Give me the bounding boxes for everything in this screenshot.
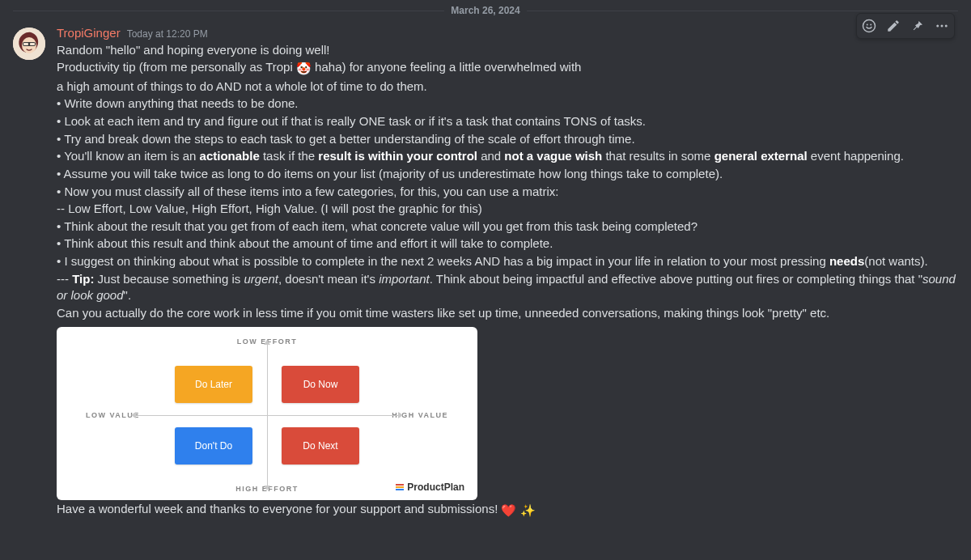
username[interactable]: TropiGinger <box>57 26 121 40</box>
arrow-up-icon <box>264 340 270 345</box>
svg-point-3 <box>936 25 939 28</box>
bullet-line: • Write down anything that needs to be d… <box>57 95 958 113</box>
sub-line: -- Low Effort, Low Value, High Effort, H… <box>57 201 958 218</box>
message-content: TropiGinger Today at 12:20 PM Random "he… <box>57 26 958 520</box>
svg-rect-9 <box>23 43 28 45</box>
text-line: Random "hello" and hoping everyone is do… <box>57 41 958 59</box>
arrow-right-icon <box>398 412 403 418</box>
brand-text: ProductPlan <box>407 481 464 494</box>
pencil-icon <box>886 19 901 33</box>
sparkles-emoji: ✨ <box>520 503 536 520</box>
bullet-line: • Think about this result and think abou… <box>57 235 958 253</box>
bullet-line: • Look at each item and try and figure o… <box>57 113 958 131</box>
more-actions-button[interactable] <box>930 14 954 38</box>
pin-icon <box>910 19 925 33</box>
brand-label: ProductPlan <box>396 481 464 494</box>
brand-logo-icon <box>396 484 404 490</box>
closing-line: Have a wonderful week and thanks to ever… <box>57 500 958 520</box>
tip-line: --- Tip: Just because something is urgen… <box>57 270 958 304</box>
quadrant-do-now: Do Now <box>282 366 359 403</box>
svg-point-0 <box>863 20 876 32</box>
smile-plus-icon <box>862 19 876 33</box>
svg-point-4 <box>941 25 943 28</box>
svg-rect-10 <box>30 43 35 45</box>
bullet-line: • Now you must classify all of these ite… <box>57 183 958 201</box>
bullet-line: • I suggest on thinking about what is po… <box>57 253 958 271</box>
message-body: Random "hello" and hoping everyone is do… <box>57 41 958 520</box>
bullet-line: • Assume you will take twice as long to … <box>57 165 958 183</box>
message-timestamp: Today at 12:20 PM <box>127 28 208 40</box>
avatar[interactable] <box>13 28 45 60</box>
svg-point-2 <box>870 24 871 26</box>
svg-point-5 <box>945 25 948 28</box>
add-reaction-button[interactable] <box>857 14 881 38</box>
tip-line: Can you actually do the core work in les… <box>57 304 958 322</box>
avatar-image <box>13 28 45 60</box>
message-hover-toolbar <box>856 13 955 39</box>
clown-emoji: 🤡 <box>296 61 312 78</box>
quadrant-dont-do: Don't Do <box>175 427 252 465</box>
arrow-left-icon <box>131 412 136 418</box>
date-divider-text: March 26, 2024 <box>444 5 526 16</box>
arrow-down-icon <box>264 486 270 490</box>
text-line: a high amount of things to do AND not a … <box>57 78 958 95</box>
image-attachment[interactable]: LOW EFFORT HIGH EFFORT LOW VALUE HIGH VA… <box>57 327 477 500</box>
quadrant-do-next: Do Next <box>282 427 359 465</box>
pin-message-button[interactable] <box>905 14 930 38</box>
heart-emoji: ❤️ <box>501 503 516 520</box>
date-divider: March 26, 2024 <box>13 3 958 18</box>
dots-horizontal-icon <box>935 19 949 33</box>
priority-matrix: LOW EFFORT HIGH EFFORT LOW VALUE HIGH VA… <box>71 338 463 492</box>
message-header: TropiGinger Today at 12:20 PM <box>57 26 958 40</box>
matrix-axes: Do Later Do Now Don't Do Do Next <box>162 354 372 476</box>
bullet-line: • Think about the result that you get fr… <box>57 218 958 235</box>
chat-message: TropiGinger Today at 12:20 PM Random "he… <box>0 23 971 520</box>
svg-point-1 <box>867 24 868 26</box>
bullet-line: • Try and break down the steps to each t… <box>57 130 958 148</box>
edit-message-button[interactable] <box>881 14 905 38</box>
text-line: Productivity tip (from me personally as … <box>57 59 958 78</box>
bullet-line: • You'll know an item is an actionable t… <box>57 148 958 166</box>
quadrant-do-later: Do Later <box>175 366 252 403</box>
